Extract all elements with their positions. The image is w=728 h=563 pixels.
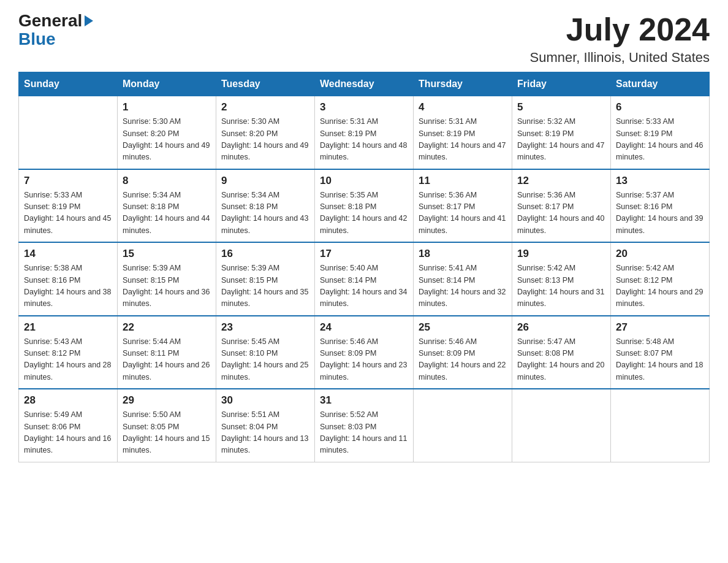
page-header: General Blue July 2024 Sumner, Illinois,… xyxy=(18,12,710,66)
calendar-cell: 11Sunrise: 5:36 AM Sunset: 8:17 PM Dayli… xyxy=(414,169,512,243)
calendar-cell xyxy=(414,389,512,462)
day-info: Sunrise: 5:51 AM Sunset: 8:04 PM Dayligh… xyxy=(221,409,309,457)
day-info: Sunrise: 5:30 AM Sunset: 8:20 PM Dayligh… xyxy=(123,116,211,164)
calendar-cell: 8Sunrise: 5:34 AM Sunset: 8:18 PM Daylig… xyxy=(118,169,216,243)
day-info: Sunrise: 5:43 AM Sunset: 8:12 PM Dayligh… xyxy=(24,336,112,384)
day-info: Sunrise: 5:42 AM Sunset: 8:13 PM Dayligh… xyxy=(517,262,605,310)
day-info: Sunrise: 5:46 AM Sunset: 8:09 PM Dayligh… xyxy=(320,336,408,384)
day-info: Sunrise: 5:38 AM Sunset: 8:16 PM Dayligh… xyxy=(24,262,112,310)
day-number: 16 xyxy=(221,248,309,260)
column-header-tuesday: Tuesday xyxy=(216,72,315,96)
day-number: 25 xyxy=(419,321,507,334)
day-info: Sunrise: 5:52 AM Sunset: 8:03 PM Dayligh… xyxy=(320,409,408,457)
month-title: July 2024 xyxy=(530,12,710,47)
day-info: Sunrise: 5:34 AM Sunset: 8:18 PM Dayligh… xyxy=(221,190,309,237)
day-number: 8 xyxy=(123,175,211,187)
day-number: 12 xyxy=(517,175,605,187)
day-number: 3 xyxy=(320,101,408,113)
day-info: Sunrise: 5:30 AM Sunset: 8:20 PM Dayligh… xyxy=(221,116,309,164)
calendar-cell: 10Sunrise: 5:35 AM Sunset: 8:18 PM Dayli… xyxy=(315,169,414,243)
day-number: 15 xyxy=(123,248,211,260)
day-info: Sunrise: 5:48 AM Sunset: 8:07 PM Dayligh… xyxy=(616,336,704,384)
day-number: 18 xyxy=(419,248,507,260)
column-header-saturday: Saturday xyxy=(611,72,710,96)
day-info: Sunrise: 5:33 AM Sunset: 8:19 PM Dayligh… xyxy=(616,116,704,164)
day-number: 1 xyxy=(123,101,211,113)
day-info: Sunrise: 5:31 AM Sunset: 8:19 PM Dayligh… xyxy=(419,116,507,164)
logo-general-text: General xyxy=(18,12,82,29)
calendar-cell: 26Sunrise: 5:47 AM Sunset: 8:08 PM Dayli… xyxy=(512,316,611,389)
day-info: Sunrise: 5:45 AM Sunset: 8:10 PM Dayligh… xyxy=(221,336,309,384)
day-info: Sunrise: 5:37 AM Sunset: 8:16 PM Dayligh… xyxy=(616,190,704,237)
day-info: Sunrise: 5:35 AM Sunset: 8:18 PM Dayligh… xyxy=(320,190,408,237)
calendar-week-row: 14Sunrise: 5:38 AM Sunset: 8:16 PM Dayli… xyxy=(19,242,710,316)
day-info: Sunrise: 5:46 AM Sunset: 8:09 PM Dayligh… xyxy=(419,336,507,384)
day-info: Sunrise: 5:49 AM Sunset: 8:06 PM Dayligh… xyxy=(24,409,112,457)
day-info: Sunrise: 5:39 AM Sunset: 8:15 PM Dayligh… xyxy=(221,262,309,310)
calendar-cell: 4Sunrise: 5:31 AM Sunset: 8:19 PM Daylig… xyxy=(414,96,512,169)
logo-blue-text: Blue xyxy=(18,29,56,49)
title-block: July 2024 Sumner, Illinois, United State… xyxy=(530,12,710,66)
day-number: 11 xyxy=(419,175,507,187)
day-number: 14 xyxy=(24,248,112,260)
day-number: 19 xyxy=(517,248,605,260)
calendar-cell xyxy=(19,96,118,169)
day-info: Sunrise: 5:44 AM Sunset: 8:11 PM Dayligh… xyxy=(123,336,211,384)
day-info: Sunrise: 5:50 AM Sunset: 8:05 PM Dayligh… xyxy=(123,409,211,457)
calendar-table: SundayMondayTuesdayWednesdayThursdayFrid… xyxy=(18,72,710,462)
calendar-cell: 6Sunrise: 5:33 AM Sunset: 8:19 PM Daylig… xyxy=(611,96,710,169)
calendar-cell: 21Sunrise: 5:43 AM Sunset: 8:12 PM Dayli… xyxy=(19,316,118,389)
day-number: 31 xyxy=(320,394,408,407)
day-info: Sunrise: 5:42 AM Sunset: 8:12 PM Dayligh… xyxy=(616,262,704,310)
day-number: 7 xyxy=(24,175,112,187)
calendar-cell xyxy=(611,389,710,462)
day-info: Sunrise: 5:34 AM Sunset: 8:18 PM Dayligh… xyxy=(123,190,211,237)
column-header-friday: Friday xyxy=(512,72,611,96)
day-info: Sunrise: 5:33 AM Sunset: 8:19 PM Dayligh… xyxy=(24,190,112,237)
calendar-cell: 13Sunrise: 5:37 AM Sunset: 8:16 PM Dayli… xyxy=(611,169,710,243)
day-info: Sunrise: 5:36 AM Sunset: 8:17 PM Dayligh… xyxy=(419,190,507,237)
calendar-cell: 9Sunrise: 5:34 AM Sunset: 8:18 PM Daylig… xyxy=(216,169,315,243)
calendar-cell: 5Sunrise: 5:32 AM Sunset: 8:19 PM Daylig… xyxy=(512,96,611,169)
day-number: 5 xyxy=(517,101,605,113)
day-number: 30 xyxy=(221,394,309,407)
calendar-cell: 23Sunrise: 5:45 AM Sunset: 8:10 PM Dayli… xyxy=(216,316,315,389)
calendar-header-row: SundayMondayTuesdayWednesdayThursdayFrid… xyxy=(19,72,710,96)
calendar-cell xyxy=(512,389,611,462)
calendar-cell: 17Sunrise: 5:40 AM Sunset: 8:14 PM Dayli… xyxy=(315,242,414,316)
day-number: 2 xyxy=(221,101,309,113)
day-number: 20 xyxy=(616,248,704,260)
calendar-cell: 12Sunrise: 5:36 AM Sunset: 8:17 PM Dayli… xyxy=(512,169,611,243)
day-number: 29 xyxy=(123,394,211,407)
calendar-cell: 31Sunrise: 5:52 AM Sunset: 8:03 PM Dayli… xyxy=(315,389,414,462)
day-info: Sunrise: 5:39 AM Sunset: 8:15 PM Dayligh… xyxy=(123,262,211,310)
day-info: Sunrise: 5:36 AM Sunset: 8:17 PM Dayligh… xyxy=(517,190,605,237)
calendar-cell: 20Sunrise: 5:42 AM Sunset: 8:12 PM Dayli… xyxy=(611,242,710,316)
day-number: 28 xyxy=(24,394,112,407)
calendar-cell: 29Sunrise: 5:50 AM Sunset: 8:05 PM Dayli… xyxy=(118,389,216,462)
day-number: 4 xyxy=(419,101,507,113)
day-info: Sunrise: 5:32 AM Sunset: 8:19 PM Dayligh… xyxy=(517,116,605,164)
day-number: 27 xyxy=(616,321,704,334)
day-info: Sunrise: 5:40 AM Sunset: 8:14 PM Dayligh… xyxy=(320,262,408,310)
day-number: 22 xyxy=(123,321,211,334)
day-number: 21 xyxy=(24,321,112,334)
day-number: 17 xyxy=(320,248,408,260)
location-label: Sumner, Illinois, United States xyxy=(530,50,710,66)
calendar-week-row: 21Sunrise: 5:43 AM Sunset: 8:12 PM Dayli… xyxy=(19,316,710,389)
column-header-thursday: Thursday xyxy=(414,72,512,96)
day-info: Sunrise: 5:41 AM Sunset: 8:14 PM Dayligh… xyxy=(419,262,507,310)
day-info: Sunrise: 5:47 AM Sunset: 8:08 PM Dayligh… xyxy=(517,336,605,384)
calendar-cell: 27Sunrise: 5:48 AM Sunset: 8:07 PM Dayli… xyxy=(611,316,710,389)
day-number: 13 xyxy=(616,175,704,187)
calendar-cell: 22Sunrise: 5:44 AM Sunset: 8:11 PM Dayli… xyxy=(118,316,216,389)
calendar-cell: 19Sunrise: 5:42 AM Sunset: 8:13 PM Dayli… xyxy=(512,242,611,316)
column-header-monday: Monday xyxy=(118,72,216,96)
day-number: 10 xyxy=(320,175,408,187)
calendar-cell: 15Sunrise: 5:39 AM Sunset: 8:15 PM Dayli… xyxy=(118,242,216,316)
logo: General Blue xyxy=(18,12,93,49)
logo-triangle-icon xyxy=(85,15,93,26)
calendar-cell: 18Sunrise: 5:41 AM Sunset: 8:14 PM Dayli… xyxy=(414,242,512,316)
day-number: 24 xyxy=(320,321,408,334)
day-number: 9 xyxy=(221,175,309,187)
